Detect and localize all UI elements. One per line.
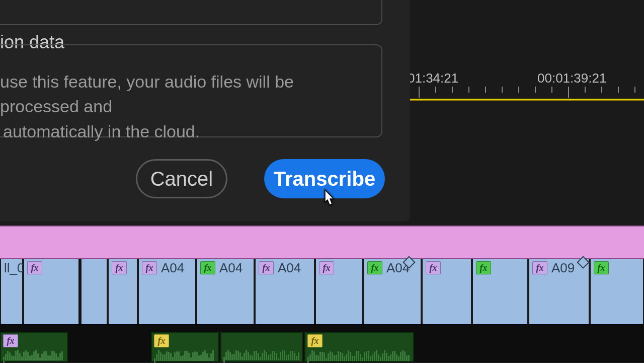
video-clip[interactable]: fxA04: [363, 259, 422, 324]
video-clip[interactable]: fxA04: [138, 259, 196, 324]
transcribe-dialog: ion data use this feature, your audio fi…: [0, 0, 410, 222]
video-track[interactable]: ll_0fxfxfxA04fxA04fxA04fxfxA04fxfxfxA09f…: [0, 259, 644, 325]
audio-track[interactable]: fxfxfx: [0, 332, 644, 362]
video-clip[interactable]: fx: [108, 259, 138, 324]
timecode-1: 01:34:21: [408, 70, 458, 86]
fx-badge-icon: fx: [259, 261, 274, 274]
video-clip[interactable]: fx: [472, 259, 528, 324]
fx-badge-icon: fx: [154, 334, 169, 347]
ruler-playhead-line: [408, 99, 644, 101]
info-line-1: use this feature, your audio files will …: [0, 72, 294, 116]
clip-label: A04: [161, 260, 184, 276]
fx-badge-icon: fx: [594, 261, 609, 274]
cancel-button[interactable]: Cancel: [136, 159, 227, 198]
waveform-icon: [307, 350, 411, 360]
video-clip[interactable]: fx: [23, 259, 79, 324]
track-gap: [0, 325, 644, 332]
fx-badge-icon: fx: [307, 334, 323, 347]
fx-badge-icon: fx: [27, 261, 42, 274]
marker-track[interactable]: [0, 226, 644, 259]
video-clip[interactable]: fxA04: [196, 259, 255, 324]
clip-label: A04: [219, 260, 243, 276]
timeline-tracks: ll_0fxfxfxA04fxA04fxA04fxfxA04fxfxfxA09f…: [0, 226, 644, 362]
audio-clip[interactable]: fx: [151, 332, 219, 362]
clip-label: A09: [551, 260, 575, 276]
video-clip[interactable]: fxA04: [255, 259, 315, 324]
fx-badge-icon: fx: [112, 261, 127, 274]
fx-badge-icon: fx: [3, 334, 18, 347]
fx-badge-icon: fx: [142, 261, 157, 274]
waveform-icon: [154, 350, 216, 360]
fx-badge-icon: fx: [426, 261, 441, 274]
video-clip[interactable]: fx: [590, 259, 644, 324]
fx-badge-icon: fx: [476, 261, 491, 274]
fx-badge-icon: fx: [319, 261, 334, 274]
info-line-2: automatically in the cloud.: [0, 122, 200, 141]
waveform-icon: [223, 350, 300, 360]
fx-badge-icon: fx: [200, 261, 215, 274]
mouse-cursor-icon: [320, 189, 338, 211]
clip-label: A04: [278, 260, 301, 276]
video-clip[interactable]: fxA09: [528, 259, 590, 324]
waveform-icon: [3, 350, 65, 360]
info-text: use this feature, your audio files will …: [0, 69, 350, 144]
audio-clip[interactable]: fx: [304, 332, 414, 362]
video-clip[interactable]: [80, 259, 108, 324]
audio-clip[interactable]: [220, 332, 303, 362]
fx-badge-icon: fx: [532, 261, 547, 274]
timeline-ruler[interactable]: 01:34:21 00:01:39:21: [408, 70, 644, 103]
clip-label: ll_0: [4, 260, 24, 276]
video-clip[interactable]: ll_0: [0, 259, 23, 324]
video-clip[interactable]: fx: [422, 259, 472, 324]
timecode-2: 00:01:39:21: [537, 70, 606, 86]
fx-badge-icon: fx: [367, 261, 382, 274]
video-clip[interactable]: fx: [315, 259, 363, 324]
audio-clip[interactable]: fx: [0, 332, 68, 362]
dialog-top-border: [0, 0, 382, 25]
